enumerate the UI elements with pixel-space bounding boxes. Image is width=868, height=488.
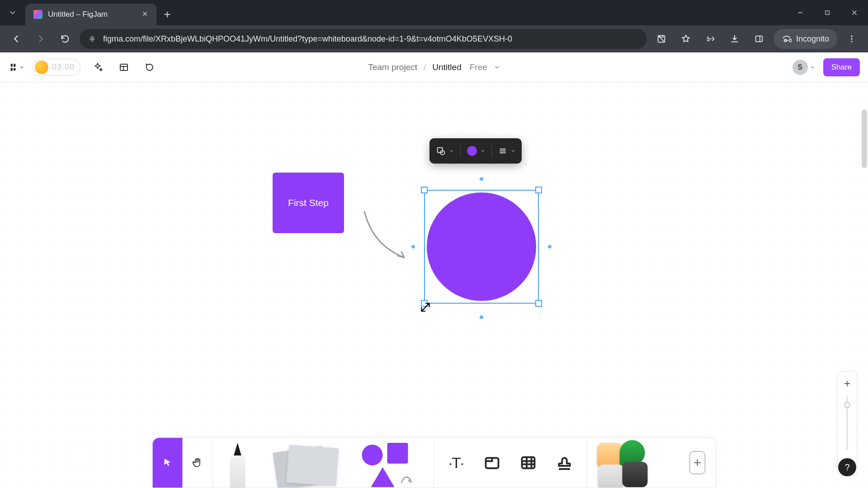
timer-avatar-icon: [35, 61, 48, 74]
zoom-in-button[interactable]: [838, 375, 856, 393]
breadcrumb-separator: /: [424, 62, 426, 72]
shapes-cluster-icon: [360, 440, 424, 485]
user-avatar: S: [793, 60, 808, 75]
sticky-stack-icon: [273, 440, 340, 485]
breadcrumb: Team project / Untitled Free: [368, 62, 500, 72]
plus-icon: +: [689, 451, 706, 474]
comments-icon[interactable]: [141, 58, 159, 76]
incognito-indicator[interactable]: Incognito: [774, 29, 837, 49]
url-field[interactable]: figma.com/file/XRxbBjeWLbiQHPOO41JyWm/Un…: [80, 29, 647, 49]
svg-rect-0: [826, 11, 829, 14]
breadcrumb-project[interactable]: Team project: [368, 62, 417, 72]
marker-icon: [227, 437, 248, 488]
browser-addressbar: figma.com/file/XRxbBjeWLbiQHPOO41JyWm/Un…: [0, 25, 868, 52]
timer-widget[interactable]: 03:00: [33, 59, 80, 76]
scrollbar-thumb[interactable]: [862, 109, 867, 168]
nav-reload-button[interactable]: [55, 29, 75, 49]
tab-title: Untitled – FigJam: [48, 10, 136, 19]
install-app-icon[interactable]: [651, 29, 671, 49]
svg-rect-14: [522, 457, 535, 469]
text-tool[interactable]: ·T·: [444, 450, 468, 475]
help-button[interactable]: ?: [838, 458, 856, 476]
resize-handle-tl[interactable]: [421, 187, 428, 193]
share-button[interactable]: Share: [823, 58, 860, 76]
shapes-tool[interactable]: [350, 438, 434, 488]
svg-point-5: [851, 41, 852, 42]
resize-handle-tr[interactable]: [535, 187, 542, 193]
toolbar-separator: [491, 144, 492, 158]
svg-point-9: [13, 68, 16, 70]
connector-port-top[interactable]: [480, 177, 483, 181]
sticker-cluster-icon: [597, 440, 670, 485]
sidepanel-icon[interactable]: [749, 29, 769, 49]
new-tab-button[interactable]: [156, 4, 178, 25]
toolbar-separator: [460, 144, 461, 158]
marker-tool[interactable]: [213, 438, 263, 488]
incognito-label: Incognito: [796, 34, 829, 44]
svg-rect-8: [11, 67, 13, 70]
sticky-note-tool[interactable]: [263, 438, 350, 488]
connector-port-bottom[interactable]: [480, 315, 483, 319]
figma-favicon: [33, 10, 42, 19]
user-menu[interactable]: S: [793, 60, 815, 75]
nav-forward-button[interactable]: [31, 29, 51, 49]
ai-assist-icon[interactable]: [89, 58, 107, 76]
svg-rect-2: [756, 36, 763, 42]
more-options-button[interactable]: [498, 146, 515, 155]
stamp-tool[interactable]: [552, 450, 577, 475]
svg-point-4: [851, 38, 852, 39]
connector-port-left[interactable]: [411, 245, 415, 249]
main-menu-button[interactable]: [8, 62, 24, 72]
resize-handle-br[interactable]: [535, 300, 542, 307]
table-tool[interactable]: [516, 450, 541, 475]
connector-arrow[interactable]: [362, 209, 411, 263]
close-tab-icon[interactable]: [142, 10, 148, 19]
tool-dock: ·T· +: [152, 437, 716, 488]
window-controls: [787, 0, 868, 25]
color-swatch-icon: [467, 146, 477, 156]
timer-value: 03:00: [52, 62, 75, 72]
connector-port-right[interactable]: [548, 245, 552, 249]
misc-tools-group: ·T·: [434, 438, 587, 488]
templates-icon[interactable]: [115, 58, 133, 76]
site-settings-icon[interactable]: [88, 34, 97, 43]
browser-tabbar: Untitled – FigJam: [0, 0, 868, 25]
downloads-icon[interactable]: [725, 29, 745, 49]
shape-first-step-rect[interactable]: First Step: [273, 173, 344, 233]
shape-label: First Step: [288, 197, 329, 208]
bookmark-star-icon[interactable]: [676, 29, 696, 49]
canvas[interactable]: First Step ?: [0, 82, 868, 488]
selection-bounding-box[interactable]: [424, 190, 539, 304]
selection-context-toolbar: [429, 138, 522, 164]
app-topbar: 03:00 Team project / Untitled Free S Sha…: [0, 52, 868, 82]
vertical-scrollbar[interactable]: [862, 82, 867, 488]
hand-tool[interactable]: [183, 438, 212, 488]
url-text: figma.com/file/XRxbBjeWLbiQHPOO41JyWm/Un…: [103, 34, 639, 44]
media-control-icon[interactable]: [700, 29, 720, 49]
more-tools-button[interactable]: +: [679, 438, 716, 488]
window-close-button[interactable]: [841, 0, 868, 25]
browser-tab-active[interactable]: Untitled – FigJam: [25, 4, 156, 25]
tab-search-dropdown[interactable]: [0, 0, 25, 25]
section-tool[interactable]: [480, 450, 505, 475]
fill-color-picker[interactable]: [467, 146, 485, 156]
svg-rect-6: [11, 63, 13, 66]
breadcrumb-title[interactable]: Untitled: [432, 62, 461, 72]
window-maximize-button[interactable]: [814, 0, 841, 25]
stickers-widgets[interactable]: [587, 438, 679, 488]
svg-point-3: [851, 36, 852, 37]
shape-type-picker[interactable]: [436, 146, 454, 156]
resize-handle-bl[interactable]: [421, 300, 428, 307]
svg-rect-11: [438, 148, 443, 153]
chevron-down-icon[interactable]: [494, 64, 500, 70]
zoom-slider-thumb[interactable]: [844, 402, 850, 408]
plan-badge[interactable]: Free: [470, 62, 487, 72]
svg-rect-7: [14, 63, 16, 66]
select-tool[interactable]: [153, 438, 183, 488]
window-minimize-button[interactable]: [787, 0, 814, 25]
nav-back-button[interactable]: [6, 29, 26, 49]
zoom-slider[interactable]: [846, 396, 848, 450]
browser-menu-icon[interactable]: [842, 29, 862, 49]
